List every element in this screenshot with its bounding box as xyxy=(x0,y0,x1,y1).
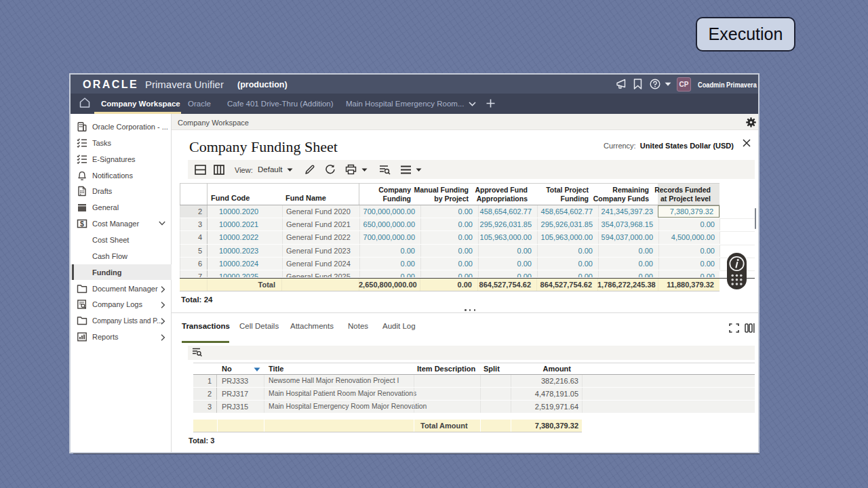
svg-text:$: $ xyxy=(80,220,84,228)
